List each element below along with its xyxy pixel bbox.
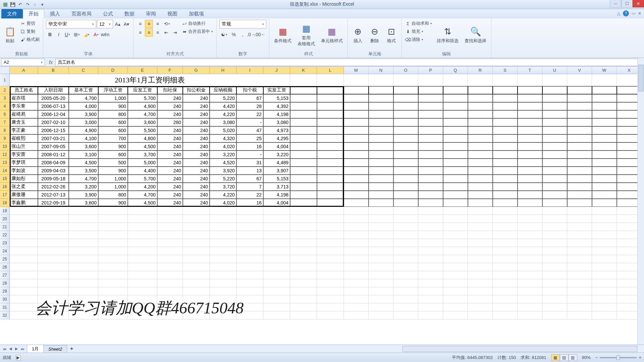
cell[interactable]: 3,700 <box>128 150 157 159</box>
cell[interactable]: 500 <box>98 159 128 167</box>
cell[interactable] <box>38 207 69 215</box>
cell[interactable] <box>369 102 393 110</box>
cell[interactable]: 4,420 <box>210 102 236 110</box>
cell[interactable]: 2012-07-13 <box>38 191 69 199</box>
cell[interactable] <box>317 215 344 223</box>
row-header-4[interactable]: 4 <box>0 102 10 110</box>
cell[interactable] <box>369 207 393 215</box>
row-header-16[interactable]: 16 <box>0 183 10 191</box>
cell[interactable] <box>183 239 210 247</box>
cell[interactable] <box>290 287 317 295</box>
col-header-S[interactable]: S <box>493 67 518 74</box>
fill-color-button[interactable]: ◢▾ <box>82 31 91 39</box>
cell[interactable] <box>157 247 183 255</box>
cell[interactable] <box>443 74 468 86</box>
cell[interactable]: 13 <box>236 167 263 175</box>
cell[interactable] <box>518 247 542 255</box>
orientation-button[interactable]: ⟲▾ <box>162 20 172 28</box>
cell[interactable] <box>443 102 468 110</box>
cell[interactable] <box>542 231 567 239</box>
cell[interactable] <box>317 223 344 231</box>
cell[interactable] <box>592 255 617 263</box>
cell[interactable]: 基本工资 <box>69 86 98 94</box>
cell[interactable] <box>393 199 418 207</box>
cell[interactable] <box>263 247 290 255</box>
row-header-2[interactable]: 2 <box>0 86 10 94</box>
col-header-J[interactable]: J <box>263 67 290 74</box>
cell[interactable] <box>443 183 468 191</box>
cell[interactable] <box>263 287 290 295</box>
cell[interactable]: 员工姓名 <box>10 86 38 94</box>
cell[interactable] <box>567 255 592 263</box>
cell[interactable] <box>393 74 418 86</box>
cell[interactable]: 2005-05-20 <box>38 94 69 102</box>
cell[interactable] <box>157 231 183 239</box>
cell[interactable] <box>393 94 418 102</box>
col-header-A[interactable]: A <box>10 67 38 74</box>
cell[interactable] <box>393 134 418 142</box>
cell[interactable]: 2007-09-05 <box>38 142 69 150</box>
col-header-G[interactable]: G <box>183 67 210 74</box>
row-header-13[interactable]: 13 <box>0 159 10 167</box>
maximize-button[interactable]: ☐ <box>621 0 633 7</box>
cell[interactable] <box>183 247 210 255</box>
normal-view-button[interactable]: ▦ <box>551 354 560 361</box>
cell[interactable] <box>236 231 263 239</box>
cell[interactable]: 67 <box>236 94 263 102</box>
cell[interactable] <box>493 231 518 239</box>
spreadsheet-grid[interactable]: ABCDEFGHIJKLMNOPQRSTUVWXYZ 1234678910121… <box>0 67 644 356</box>
cell[interactable] <box>518 255 542 263</box>
cell[interactable] <box>418 74 443 86</box>
cell[interactable]: 16 <box>236 199 263 207</box>
cell[interactable] <box>418 126 443 134</box>
cell[interactable] <box>263 295 290 303</box>
cell[interactable] <box>542 191 567 199</box>
row-header-9[interactable]: 9 <box>0 134 10 142</box>
cell[interactable]: 240 <box>183 142 210 150</box>
cell[interactable] <box>418 134 443 142</box>
cell[interactable]: 3,600 <box>69 199 98 207</box>
cell[interactable]: 扣个税 <box>236 86 263 94</box>
cell[interactable] <box>393 271 418 279</box>
cell[interactable] <box>418 207 443 215</box>
cell[interactable] <box>317 207 344 215</box>
cell[interactable] <box>592 94 617 102</box>
cell[interactable] <box>393 150 418 159</box>
cell[interactable] <box>418 94 443 102</box>
row-header-27[interactable]: 27 <box>0 271 10 279</box>
cell[interactable] <box>369 279 393 287</box>
cell[interactable] <box>69 255 98 263</box>
cell[interactable] <box>592 142 617 150</box>
cell[interactable] <box>393 287 418 295</box>
cell[interactable] <box>290 279 317 287</box>
cell[interactable] <box>567 74 592 86</box>
cell[interactable] <box>369 223 393 231</box>
cell[interactable] <box>157 279 183 287</box>
cell[interactable] <box>317 199 344 207</box>
cell[interactable]: 240 <box>183 183 210 191</box>
cell[interactable] <box>157 223 183 231</box>
cell[interactable] <box>567 110 592 118</box>
merge-center-button[interactable]: ⬌合并后居中▾ <box>181 28 214 35</box>
close-button[interactable]: ✕ <box>633 0 644 7</box>
cell[interactable] <box>443 86 468 94</box>
cell[interactable] <box>542 247 567 255</box>
cell[interactable] <box>592 110 617 118</box>
cell[interactable] <box>493 311 518 319</box>
tab-prev-icon[interactable]: ◀ <box>7 346 13 352</box>
cell[interactable]: 4,489 <box>263 159 290 167</box>
cell[interactable]: 4,020 <box>210 199 236 207</box>
cell[interactable] <box>567 102 592 110</box>
row-header-24[interactable]: 24 <box>0 247 10 255</box>
cell[interactable]: 1,000 <box>98 94 128 102</box>
cell[interactable]: 240 <box>183 191 210 199</box>
cell[interactable] <box>418 279 443 287</box>
cell[interactable] <box>567 86 592 94</box>
cell[interactable] <box>567 303 592 311</box>
cell[interactable]: 李乐萱 <box>10 102 38 110</box>
cell[interactable] <box>157 255 183 263</box>
cell[interactable] <box>369 239 393 247</box>
cell[interactable]: 康含玉 <box>10 118 38 126</box>
cell[interactable]: 康如彤 <box>10 175 38 183</box>
cell[interactable] <box>418 255 443 263</box>
